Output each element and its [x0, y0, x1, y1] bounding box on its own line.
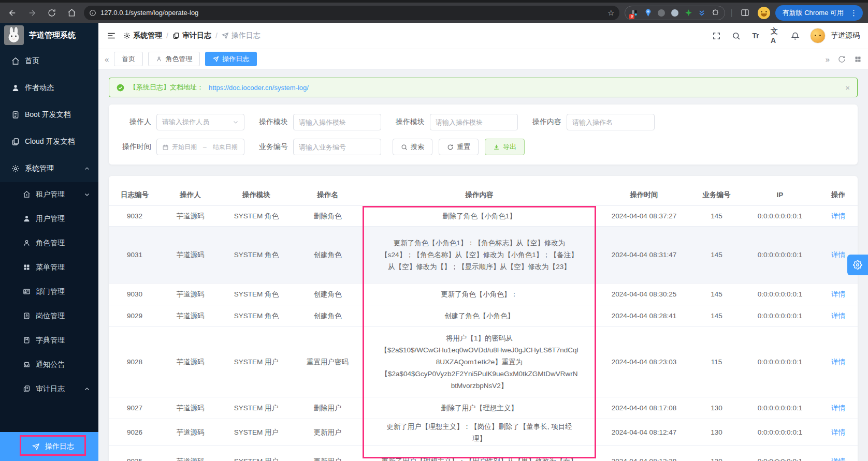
extension-blocker-icon[interactable]: 8 — [630, 9, 639, 17]
column-header[interactable]: 操作人 — [161, 184, 220, 205]
detail-link[interactable]: 详情 — [831, 290, 845, 299]
biz-no: 145 — [692, 284, 741, 305]
detail-link[interactable]: 详情 — [831, 358, 845, 367]
address-bar[interactable]: 127.0.0.1/system/log/operate-log ☆ — [84, 6, 619, 20]
extension-circle-light-icon[interactable] — [671, 9, 679, 17]
settings-fab[interactable] — [847, 255, 868, 275]
column-header[interactable]: IP — [741, 184, 819, 205]
operation-content: 创建了角色【小角色】 — [380, 310, 578, 322]
doc-link[interactable]: https://doc.iocoder.cn/system-log/ — [209, 84, 309, 92]
date-range-picker[interactable]: 开始日期 – 结束日期 — [156, 139, 244, 155]
person-icon — [11, 84, 20, 92]
content-input[interactable] — [567, 114, 655, 130]
site-info-icon[interactable] — [89, 9, 96, 17]
sidebar-item-home[interactable]: 首页 — [0, 48, 98, 75]
operation-time: 2024-04-04 08:28:41 — [596, 305, 692, 326]
sidebar-item-menus[interactable]: 菜单管理 — [0, 255, 98, 279]
sidebar-item-label: 作者动态 — [25, 83, 54, 93]
sidebar-item-dictionary[interactable]: 字典管理 — [0, 328, 98, 352]
chevron-up-icon — [84, 166, 90, 172]
sidebar-item-audit-log[interactable]: 审计日志 — [0, 377, 98, 401]
column-header[interactable]: 操作 — [819, 184, 858, 205]
sidebar-item-boot-docs[interactable]: Boot 开发文档 — [0, 101, 98, 128]
font-size-icon[interactable]: Tr — [751, 31, 760, 40]
tab-home[interactable]: 首页 — [114, 52, 143, 66]
reload-icon[interactable] — [45, 6, 59, 20]
tabs-scroll-left-icon[interactable]: « — [105, 55, 109, 64]
home-icon[interactable] — [64, 6, 79, 20]
sidebar-item-posts[interactable]: 岗位管理 — [0, 304, 98, 328]
bookmark-icon — [23, 336, 31, 344]
detail-link[interactable]: 详情 — [831, 404, 845, 413]
column-header[interactable]: 操作名 — [293, 184, 363, 205]
column-header[interactable]: 操作模块 — [220, 184, 293, 205]
operation-time: 2024-04-04 08:12:47 — [596, 419, 692, 445]
sidebar-item-roles[interactable]: 角色管理 — [0, 231, 98, 255]
module: SYSTEM 角色 — [220, 284, 293, 305]
tab-role-management[interactable]: 角色管理 — [148, 52, 200, 66]
search-icon[interactable] — [731, 31, 741, 40]
layout-grid-icon[interactable] — [854, 55, 862, 63]
detail-link[interactable]: 详情 — [831, 311, 845, 321]
bell-icon[interactable] — [790, 31, 800, 40]
operation-content: 将用户【1】的密码从【$2a$10$/WCwGHu1eq0wOVDd/u8Hwe… — [380, 332, 578, 392]
tabs-scroll-right-icon[interactable]: » — [826, 55, 830, 64]
sidebar-item-users[interactable]: 用户管理 — [0, 206, 98, 231]
operation-time: 2024-04-04 08:31:47 — [596, 227, 692, 283]
extensions-puzzle-icon[interactable] — [711, 9, 719, 17]
side-panel-icon[interactable] — [738, 6, 753, 20]
url-text[interactable]: 127.0.0.1/system/log/operate-log — [100, 9, 603, 17]
fullscreen-icon[interactable] — [712, 31, 721, 40]
module-2-input[interactable] — [430, 114, 518, 130]
username[interactable]: 芋道源码 — [831, 31, 860, 40]
detail-link[interactable]: 详情 — [831, 428, 845, 437]
alert-close-icon[interactable]: × — [845, 83, 850, 92]
profile-avatar[interactable] — [758, 7, 770, 19]
detail-link[interactable]: 详情 — [831, 457, 845, 461]
extension-circle-dark-icon[interactable] — [657, 9, 666, 17]
sidebar-item-operate-log[interactable]: 操作日志 — [0, 432, 98, 461]
sidebar-item-system[interactable]: 系统管理 — [0, 155, 98, 182]
module: SYSTEM 角色 — [220, 305, 293, 326]
column-header[interactable]: 业务编号 — [692, 184, 741, 205]
column-header[interactable]: 操作内容 — [363, 184, 596, 205]
field-label: 操作模块 — [256, 117, 293, 127]
operation-content: 更新了用户【理想主义】：【岗位】删除了【董事长, 项目经理】 — [380, 421, 578, 444]
operation-content: 删除了用户【理想主义】 — [380, 402, 578, 414]
chevron-down-icon — [84, 191, 90, 198]
module-input[interactable] — [293, 114, 381, 130]
chrome-update-button[interactable]: 有新版 Chrome 可用 ⋮ — [775, 5, 863, 21]
sidebar-item-author[interactable]: 作者动态 — [0, 75, 98, 101]
forward-icon[interactable] — [25, 6, 39, 20]
translate-icon[interactable]: 文A — [771, 31, 780, 40]
column-header[interactable]: 操作时间 — [596, 184, 692, 205]
bookmark-star-icon[interactable]: ☆ — [607, 8, 614, 18]
sidebar-item-departments[interactable]: 部门管理 — [0, 279, 98, 304]
send-icon — [32, 443, 40, 451]
export-button[interactable]: 导出 — [485, 139, 525, 155]
extension-green-star-icon[interactable] — [684, 9, 692, 17]
reset-button[interactable]: 重置 — [439, 139, 479, 155]
detail-link[interactable]: 详情 — [831, 212, 845, 221]
refresh-icon[interactable] — [838, 55, 846, 63]
biz-no-input[interactable] — [293, 139, 381, 155]
biz-no: 145 — [692, 206, 741, 226]
extension-pin-icon[interactable] — [644, 9, 652, 17]
tab-operate-log[interactable]: 操作日志 — [205, 52, 257, 66]
column-header[interactable]: 日志编号 — [109, 184, 161, 205]
extension-double-chevron-icon[interactable] — [698, 9, 706, 17]
sidebar-item-cloud-docs[interactable]: Cloud 开发文档 — [0, 128, 98, 155]
search-button[interactable]: 搜索 — [393, 139, 432, 155]
gear-icon — [123, 32, 131, 39]
operator-select[interactable]: 请输入操作人员 — [156, 114, 244, 130]
user-avatar[interactable] — [810, 28, 826, 43]
back-icon[interactable] — [5, 6, 20, 20]
sidebar-item-notices[interactable]: 通知公告 — [0, 352, 98, 377]
detail-link[interactable]: 详情 — [831, 250, 845, 260]
collapse-menu-icon[interactable] — [107, 31, 116, 40]
browser-menu-icon[interactable]: ⋮ — [848, 8, 860, 18]
sidebar-item-tenant[interactable]: 租户管理 — [0, 182, 98, 206]
calendar-icon — [162, 144, 169, 151]
breadcrumb-system[interactable]: 系统管理 — [123, 31, 162, 40]
breadcrumb-audit-log[interactable]: 审计日志 — [172, 31, 211, 40]
